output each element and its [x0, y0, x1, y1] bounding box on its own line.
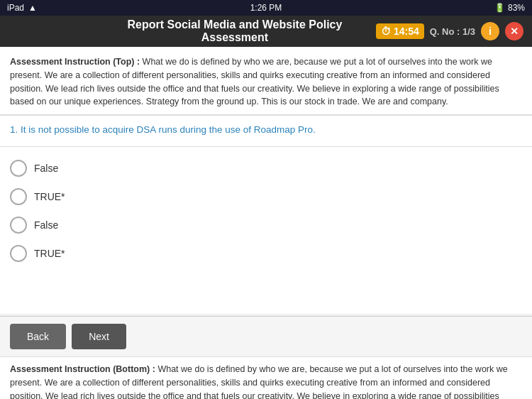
timer-badge: ⏱ 14:54 [376, 23, 424, 39]
header-right: ⏱ 14:54 Q. No : 1/3 i ✕ [376, 22, 523, 40]
wifi-icon: ▲ [28, 3, 37, 13]
back-button[interactable]: Back [10, 324, 66, 349]
carrier-label: iPad [7, 3, 24, 13]
option-3[interactable]: False [10, 211, 522, 239]
radio-4[interactable] [10, 245, 27, 262]
status-bar-time: 1:26 PM [250, 3, 282, 13]
status-bar-right: 🔋 83% [494, 3, 525, 13]
question-body-text: It is not possible to acquire DSA runs d… [21, 124, 316, 135]
status-bar-left: iPad ▲ [7, 3, 37, 13]
page-wrapper: iPad ▲ 1:26 PM 🔋 83% Report Social Media… [0, 0, 532, 399]
next-button[interactable]: Next [72, 324, 126, 349]
status-bar: iPad ▲ 1:26 PM 🔋 83% [0, 0, 532, 16]
radio-1[interactable] [10, 160, 27, 177]
option-1[interactable]: False [10, 154, 522, 182]
top-instruction-label: Assessment Instruction (Top) : [10, 57, 140, 67]
header-title: Report Social Media and Website Policy A… [94, 18, 376, 44]
bottom-instruction-area: Assessment Instruction (Bottom) : What w… [0, 356, 532, 399]
question-number-header: Q. No : 1/3 [430, 26, 475, 37]
bottom-buttons-area: Back Next [0, 316, 532, 356]
question-number: 1. [10, 124, 18, 135]
battery-icon: 🔋 [494, 3, 505, 13]
option-4[interactable]: TRUE* [10, 239, 522, 268]
info-button[interactable]: i [481, 22, 499, 40]
bottom-instruction-text: Assessment Instruction (Bottom) : What w… [10, 363, 522, 399]
question-area: 1. It is not possible to acquire DSA run… [0, 116, 532, 146]
timer-icon: ⏱ [381, 26, 391, 37]
scrollable-content: Assessment Instruction (Top) : What we d… [0, 47, 532, 314]
timer-value: 14:54 [394, 26, 419, 37]
option-2[interactable]: TRUE* [10, 182, 522, 211]
top-instruction-area: Assessment Instruction (Top) : What we d… [0, 47, 532, 115]
option-2-label: TRUE* [34, 191, 65, 202]
options-area: False TRUE* False TRUE* [0, 147, 532, 275]
option-3-label: False [34, 219, 58, 231]
radio-2[interactable] [10, 188, 27, 205]
question-text: 1. It is not possible to acquire DSA run… [10, 124, 522, 135]
top-instruction-text: Assessment Instruction (Top) : What we d… [10, 55, 522, 109]
bottom-instruction-label: Assessment Instruction (Bottom) : [10, 364, 155, 374]
battery-label: 83% [508, 3, 525, 13]
option-4-label: TRUE* [34, 248, 65, 259]
header: Report Social Media and Website Policy A… [0, 16, 532, 47]
close-button[interactable]: ✕ [505, 22, 523, 40]
radio-3[interactable] [10, 217, 27, 234]
option-1-label: False [34, 163, 58, 174]
